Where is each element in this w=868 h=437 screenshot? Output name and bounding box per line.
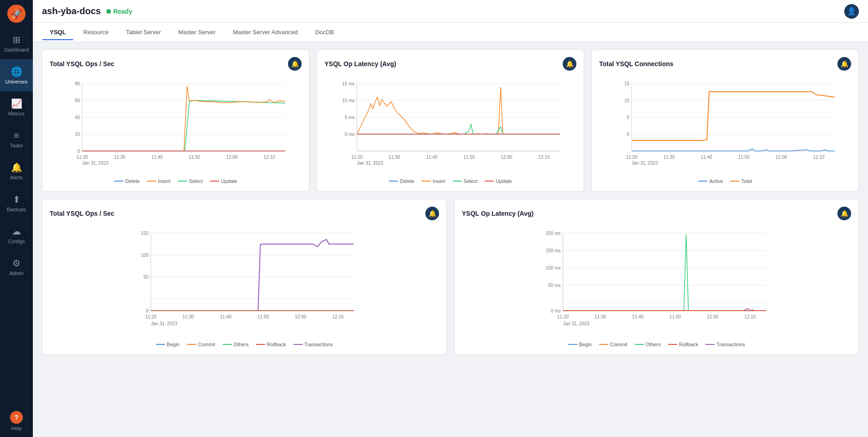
svg-text:60: 60 — [75, 98, 80, 103]
svg-text:11:50: 11:50 — [463, 155, 475, 160]
sidebar-item-label: Configs — [8, 239, 25, 244]
svg-text:11:40: 11:40 — [632, 314, 643, 319]
svg-text:Jan 31, 2023: Jan 31, 2023 — [632, 161, 658, 166]
sidebar-item-backups[interactable]: ⬆ Backups — [0, 187, 33, 219]
tab-bar: YSQL Resource Tablet Server Master Serve… — [33, 23, 868, 42]
chart-svg-area: 15 10 5 0 11:20 11:30 11:40 11:50 12:00 … — [599, 74, 851, 175]
bell-icon[interactable]: 🔔 — [425, 207, 439, 220]
legend-active: Active — [698, 178, 723, 184]
legend-transactions: Transactions — [293, 342, 333, 347]
svg-text:12:00: 12:00 — [295, 314, 306, 319]
svg-text:100 ms: 100 ms — [546, 265, 561, 271]
content-area: Total YSQL Ops / Sec 🔔 — [33, 42, 868, 437]
bell-icon[interactable]: 🔔 — [837, 207, 851, 220]
backups-icon: ⬆ — [13, 194, 21, 205]
svg-text:11:20: 11:20 — [351, 155, 362, 160]
chart-legend: Begin Commit Others Rollback — [50, 342, 439, 347]
svg-text:5: 5 — [627, 115, 629, 120]
admin-icon: ⚙ — [12, 258, 21, 269]
status-dot — [106, 9, 111, 14]
bell-icon[interactable]: 🔔 — [288, 57, 302, 71]
svg-text:11:30: 11:30 — [663, 155, 675, 160]
chart-title: YSQL Op Latency (Avg) — [324, 60, 396, 68]
sidebar-item-alerts[interactable]: 🔔 Alerts — [0, 155, 33, 187]
chart-total-ysql-ops: Total YSQL Ops / Sec 🔔 — [42, 49, 309, 192]
user-menu[interactable]: 👤 — [844, 4, 859, 19]
legend-update: Update — [210, 178, 237, 184]
sidebar-help[interactable]: ? Help — [0, 405, 33, 437]
sidebar-item-metrics[interactable]: 📈 Metrics — [0, 91, 33, 123]
legend-total: Total — [730, 178, 752, 184]
svg-text:Jan 31, 2023: Jan 31, 2023 — [357, 161, 383, 166]
tab-tablet-server[interactable]: Tablet Server — [118, 25, 169, 40]
tab-resource[interactable]: Resource — [75, 25, 116, 40]
metrics-icon: 📈 — [11, 98, 22, 109]
svg-text:11:30: 11:30 — [595, 314, 606, 319]
legend-rollback: Rollback — [256, 342, 286, 347]
help-label: Help — [11, 426, 22, 431]
svg-text:50: 50 — [143, 275, 149, 280]
sidebar-item-label: Backups — [7, 207, 26, 212]
tab-docdb[interactable]: DocDB — [308, 25, 342, 40]
legend-insert: Insert — [147, 178, 171, 184]
tab-master-server[interactable]: Master Server — [171, 25, 224, 40]
sidebar-item-label: Admin — [9, 271, 23, 276]
sidebar-item-tasks[interactable]: ≡ Tasks — [0, 123, 33, 155]
chart-title: YSQL Op Latency (Avg) — [462, 210, 533, 217]
legend-update: Update — [485, 178, 512, 184]
svg-text:50 ms: 50 ms — [548, 283, 560, 288]
svg-text:0: 0 — [77, 149, 80, 154]
dashboard-icon: ⊞ — [13, 34, 21, 45]
sidebar-item-dashboard[interactable]: ⊞ Dashboard — [0, 27, 33, 59]
alerts-icon: 🔔 — [11, 162, 22, 173]
svg-text:11:50: 11:50 — [669, 314, 681, 319]
universe-name: ash-yba-docs — [42, 6, 101, 16]
chart-legend: Delete Insert Select Update — [50, 178, 302, 184]
sidebar-item-universes[interactable]: 🌐 Universes — [0, 59, 33, 91]
app-logo[interactable]: 🚀 — [0, 0, 33, 27]
svg-text:10: 10 — [624, 98, 630, 103]
logo-icon: 🚀 — [7, 5, 26, 23]
legend-insert: Insert — [422, 178, 445, 184]
chart-header: YSQL Op Latency (Avg) 🔔 — [324, 57, 576, 71]
bottom-charts-grid: Total YSQL Ops / Sec 🔔 150 100 50 — [42, 199, 859, 355]
chart-total-ysql-connections: Total YSQL Connections 🔔 15 10 5 — [591, 49, 859, 192]
sidebar: 🚀 ⊞ Dashboard 🌐 Universes 📈 Metrics ≡ Ta… — [0, 0, 33, 437]
legend-select: Select — [453, 178, 478, 184]
svg-text:11:30: 11:30 — [388, 155, 400, 160]
svg-text:11:40: 11:40 — [701, 155, 712, 160]
chart-ysql-op-latency-2: YSQL Op Latency (Avg) 🔔 200 ms 1 — [454, 199, 859, 355]
svg-text:12:00: 12:00 — [226, 155, 237, 160]
tab-master-server-advanced[interactable]: Master Server Advanced — [225, 25, 305, 40]
chart-svg-area: 80 60 40 20 0 11:20 11:30 11:40 11:50 12… — [50, 74, 302, 175]
tasks-icon: ≡ — [14, 130, 19, 141]
sidebar-item-admin[interactable]: ⚙ Admin — [0, 251, 33, 283]
svg-text:12:00: 12:00 — [775, 155, 787, 160]
svg-text:12:10: 12:10 — [744, 314, 756, 319]
tab-ysql[interactable]: YSQL — [42, 25, 73, 40]
svg-text:20: 20 — [75, 132, 80, 137]
bell-icon[interactable]: 🔔 — [837, 57, 851, 71]
legend-begin: Begin — [568, 342, 592, 347]
chart-svg-area: 150 100 50 0 11:20 11:30 11:40 11:50 12:… — [50, 224, 439, 338]
sidebar-item-configs[interactable]: ☁ Configs — [0, 219, 33, 251]
svg-text:11:40: 11:40 — [426, 155, 437, 160]
sidebar-item-label: Tasks — [10, 143, 23, 148]
svg-text:11:40: 11:40 — [151, 155, 162, 160]
bell-icon[interactable]: 🔔 — [563, 57, 576, 71]
chart-header: Total YSQL Connections 🔔 — [599, 57, 851, 71]
sidebar-item-label: Alerts — [10, 175, 23, 180]
help-icon: ? — [10, 411, 23, 424]
svg-text:12:10: 12:10 — [538, 155, 549, 160]
universes-icon: 🌐 — [11, 66, 22, 77]
svg-text:12:00: 12:00 — [501, 155, 512, 160]
chart-svg-area: 15 ms 10 ms 5 ms 0 ms 11:20 11:30 11:40 … — [324, 74, 576, 175]
svg-text:11:30: 11:30 — [114, 155, 125, 160]
svg-text:0 ms: 0 ms — [551, 308, 561, 313]
svg-text:15 ms: 15 ms — [342, 81, 355, 86]
chart-title: Total YSQL Ops / Sec — [50, 60, 115, 68]
svg-text:5 ms: 5 ms — [345, 115, 355, 120]
legend-select: Select — [178, 178, 203, 184]
svg-text:11:50: 11:50 — [188, 155, 200, 160]
svg-text:0: 0 — [627, 132, 629, 137]
